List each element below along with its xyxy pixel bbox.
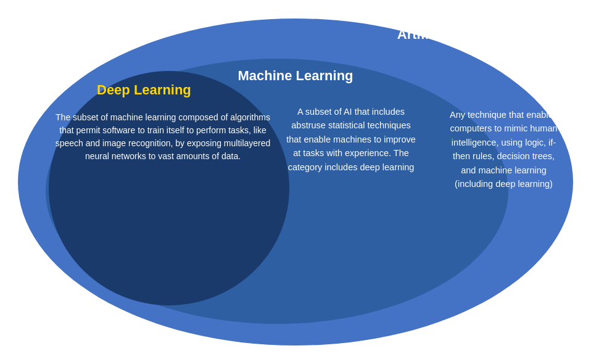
ai-label: Artificial Intelligence [397, 27, 530, 43]
ml-description: A subset of AI that includes abstruse st… [283, 105, 419, 174]
dl-label: Deep Learning [97, 82, 191, 98]
ai-description: Any technique that enables computers to … [447, 108, 561, 191]
diagram-container: Artificial Intelligence Machine Learning… [12, 9, 579, 355]
ml-label: Machine Learning [238, 68, 353, 84]
dl-ellipse [49, 71, 289, 305]
dl-description: The subset of machine learning composed … [52, 111, 274, 163]
